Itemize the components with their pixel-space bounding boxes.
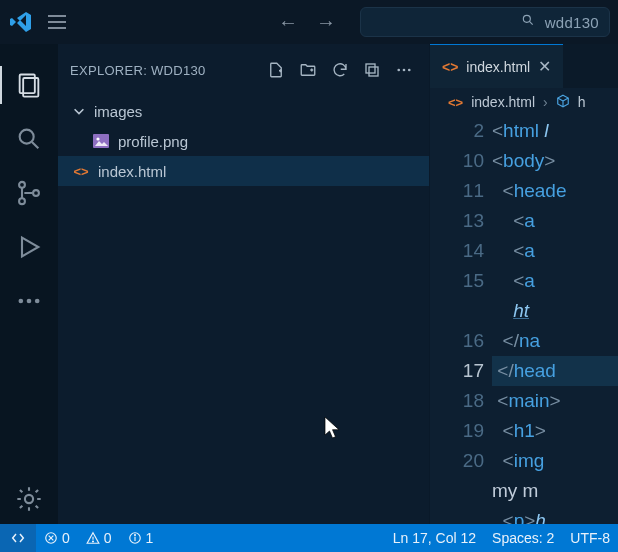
svg-rect-15 xyxy=(369,67,378,76)
file-tree: images profile.png <> index.html xyxy=(58,96,429,524)
info-count: 1 xyxy=(146,530,154,546)
svg-point-0 xyxy=(523,15,530,22)
breadcrumb-item: h xyxy=(578,94,586,110)
explorer-title: EXPLORER: WDD130 xyxy=(70,63,257,78)
code-view[interactable]: 210111314151617181920 <html l<body> <hea… xyxy=(430,116,618,524)
search-activity[interactable] xyxy=(0,114,58,164)
svg-point-17 xyxy=(403,69,406,72)
html-file-icon: <> xyxy=(442,59,458,75)
nav-arrows: ← → xyxy=(272,9,342,36)
tree-label: profile.png xyxy=(118,133,188,150)
svg-point-11 xyxy=(27,299,32,304)
tree-file-index-html[interactable]: <> index.html xyxy=(58,156,429,186)
menu-button[interactable] xyxy=(42,9,72,35)
close-icon[interactable]: ✕ xyxy=(538,57,551,76)
svg-point-10 xyxy=(19,299,24,304)
editor-tabbar: <> index.html ✕ xyxy=(430,44,618,88)
chevron-right-icon: › xyxy=(543,94,548,110)
remote-indicator[interactable] xyxy=(0,524,36,552)
vscode-window: ← → wdd130 xyxy=(0,0,618,552)
svg-point-18 xyxy=(408,69,411,72)
svg-marker-9 xyxy=(22,238,38,257)
search-icon xyxy=(521,13,535,31)
error-count: 0 xyxy=(62,530,70,546)
new-file-button[interactable] xyxy=(263,57,289,83)
explorer-activity[interactable] xyxy=(0,60,58,110)
svg-point-12 xyxy=(35,299,40,304)
more-actions-button[interactable] xyxy=(391,57,417,83)
svg-point-16 xyxy=(397,69,400,72)
tree-label: index.html xyxy=(98,163,166,180)
svg-point-28 xyxy=(134,535,135,536)
code-content[interactable]: <html l<body> <heade <a <a <a ht </na </… xyxy=(492,116,618,524)
image-file-icon xyxy=(92,132,110,150)
status-spaces[interactable]: Spaces: 2 xyxy=(484,524,562,552)
status-bar: 0 0 1 Ln 17, Col 12 Spaces: 2 UTF-8 xyxy=(0,524,618,552)
chevron-down-icon xyxy=(72,104,86,118)
svg-point-25 xyxy=(92,541,93,542)
status-errors[interactable]: 0 xyxy=(36,524,78,552)
collapse-all-button[interactable] xyxy=(359,57,385,83)
tab-label: index.html xyxy=(466,59,530,75)
status-ln-col[interactable]: Ln 17, Col 12 xyxy=(385,524,484,552)
status-info[interactable]: 1 xyxy=(120,524,162,552)
warning-count: 0 xyxy=(104,530,112,546)
breadcrumb[interactable]: <> index.html › h xyxy=(430,88,618,116)
html-file-icon: <> xyxy=(72,162,90,180)
more-activity[interactable] xyxy=(0,276,58,326)
status-warnings[interactable]: 0 xyxy=(78,524,120,552)
tree-label: images xyxy=(94,103,142,120)
settings-activity[interactable] xyxy=(0,474,58,524)
svg-point-13 xyxy=(25,495,33,503)
new-folder-button[interactable] xyxy=(295,57,321,83)
tab-index-html[interactable]: <> index.html ✕ xyxy=(430,44,563,88)
line-gutter: 210111314151617181920 xyxy=(430,116,492,524)
nav-back-button[interactable]: ← xyxy=(272,9,304,36)
command-center-text: wdd130 xyxy=(545,14,599,31)
tree-folder-images[interactable]: images xyxy=(58,96,429,126)
status-encoding[interactable]: UTF-8 xyxy=(562,524,618,552)
command-center[interactable]: wdd130 xyxy=(360,7,610,37)
tree-file-profile-png[interactable]: profile.png xyxy=(58,126,429,156)
editor-area: <> index.html ✕ <> index.html › h 210111… xyxy=(430,44,618,524)
svg-point-6 xyxy=(19,182,25,188)
svg-point-7 xyxy=(19,198,25,204)
refresh-button[interactable] xyxy=(327,57,353,83)
titlebar: ← → wdd130 xyxy=(0,0,618,44)
svg-line-5 xyxy=(32,142,38,148)
activity-bar xyxy=(0,44,58,524)
vscode-logo-icon xyxy=(8,9,34,35)
svg-rect-14 xyxy=(366,64,375,73)
breadcrumb-item: index.html xyxy=(471,94,535,110)
explorer-header: EXPLORER: WDD130 xyxy=(58,44,429,96)
nav-forward-button[interactable]: → xyxy=(310,9,342,36)
svg-point-20 xyxy=(96,137,99,140)
svg-point-8 xyxy=(33,190,39,196)
cube-icon xyxy=(556,94,570,111)
svg-line-1 xyxy=(529,21,532,24)
scm-activity[interactable] xyxy=(0,168,58,218)
svg-point-4 xyxy=(20,130,34,144)
run-debug-activity[interactable] xyxy=(0,222,58,272)
explorer-sidebar: EXPLORER: WDD130 xyxy=(58,44,430,524)
html-file-icon: <> xyxy=(448,95,463,110)
